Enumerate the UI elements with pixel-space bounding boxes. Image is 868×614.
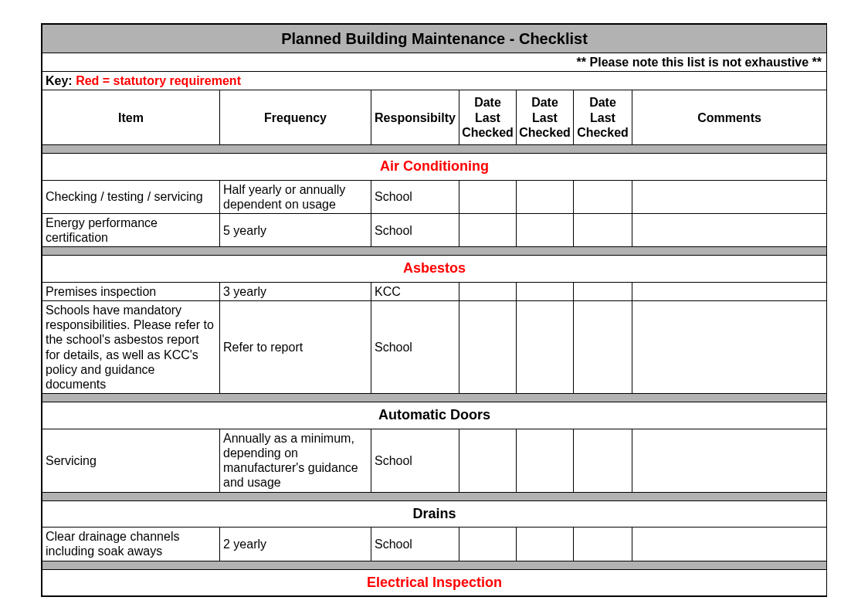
header-frequency: Frequency [220,90,371,145]
table-row: Schools have mandatory responsibilities.… [42,301,827,394]
section-title: Automatic Doors [42,402,827,429]
key-cell: Key: Red = statutory requirement [42,72,827,90]
section-header: Asbestos [42,256,827,283]
section-header: Drains [42,500,827,527]
cell-comments [632,180,827,213]
section-title: Air Conditioning [42,153,827,180]
section-title: Electrical Inspection [42,569,827,596]
page-title: Planned Building Maintenance - Checklist [42,25,827,53]
cell-responsibility: School [371,180,459,213]
cell-date1 [459,527,517,561]
cell-date1 [459,180,517,213]
spacer-row [42,561,827,569]
cell-date2 [517,180,574,213]
cell-date3 [574,301,632,394]
cell-comments [632,429,827,492]
cell-item: Checking / testing / servicing [42,180,220,213]
key-prefix: Key: [46,74,76,87]
table-row: Energy performance certification5 yearly… [42,213,827,246]
checklist-table: Planned Building Maintenance - Checklist… [42,24,827,596]
header-item: Item [42,90,220,145]
cell-date1 [459,213,517,246]
table-row: Checking / testing / servicingHalf yearl… [42,180,827,213]
section-header: Electrical Inspection [42,569,827,596]
cell-comments [632,527,827,561]
header-date2: Date Last Checked [517,90,574,145]
cell-date2 [517,301,574,394]
cell-comments [632,301,827,394]
cell-item: Clear drainage channels including soak a… [42,527,220,561]
cell-responsibility: School [371,429,459,492]
note-text: ** Please note this list is not exhausti… [42,53,827,72]
cell-date2 [517,282,574,300]
cell-item: Premises inspection [42,282,220,300]
header-date1: Date Last Checked [459,90,517,145]
spacer-cell [42,247,827,256]
spacer-cell [42,144,827,153]
cell-frequency: 5 yearly [220,213,371,246]
cell-date3 [574,213,632,246]
cell-date1 [459,301,517,394]
cell-date3 [574,527,632,561]
cell-responsibility: School [371,527,459,561]
spacer-row [42,394,827,402]
cell-date1 [459,282,517,300]
cell-item: Schools have mandatory responsibilities.… [42,301,220,394]
section-title: Drains [42,500,827,527]
spacer-cell [42,492,827,500]
header-row: Item Frequency Responsibilty Date Last C… [42,90,827,145]
header-date3: Date Last Checked [574,90,632,145]
section-header: Air Conditioning [42,153,827,180]
cell-date3 [574,180,632,213]
cell-frequency: Annually as a minimum, depending on manu… [220,429,371,492]
cell-item: Energy performance certification [42,213,220,246]
cell-date3 [574,282,632,300]
cell-frequency: 3 yearly [220,282,371,300]
checklist-sheet: Planned Building Maintenance - Checklist… [41,23,827,597]
cell-date1 [459,429,517,492]
cell-date2 [517,527,574,561]
cell-frequency: 2 yearly [220,527,371,561]
section-title: Asbestos [42,256,827,283]
cell-comments [632,213,827,246]
spacer-cell [42,561,827,569]
header-responsibility: Responsibilty [371,90,459,145]
cell-date3 [574,429,632,492]
title-row: Planned Building Maintenance - Checklist [42,25,827,53]
key-text: Red = statutory requirement [76,74,241,87]
cell-date2 [517,213,574,246]
cell-responsibility: KCC [371,282,459,300]
table-row: Premises inspection3 yearlyKCC [42,282,827,300]
cell-comments [632,282,827,300]
table-row: Clear drainage channels including soak a… [42,527,827,561]
cell-item: Servicing [42,429,220,492]
cell-frequency: Half yearly or annually dependent on usa… [220,180,371,213]
note-row: ** Please note this list is not exhausti… [42,53,827,72]
cell-date2 [517,429,574,492]
cell-responsibility: School [371,301,459,394]
table-row: ServicingAnnually as a minimum, dependin… [42,429,827,492]
spacer-row [42,144,827,153]
section-header: Automatic Doors [42,402,827,429]
spacer-row [42,492,827,500]
key-row: Key: Red = statutory requirement [42,72,827,90]
header-comments: Comments [632,90,827,145]
cell-responsibility: School [371,213,459,246]
spacer-row [42,247,827,256]
spacer-cell [42,394,827,402]
cell-frequency: Refer to report [220,301,371,394]
